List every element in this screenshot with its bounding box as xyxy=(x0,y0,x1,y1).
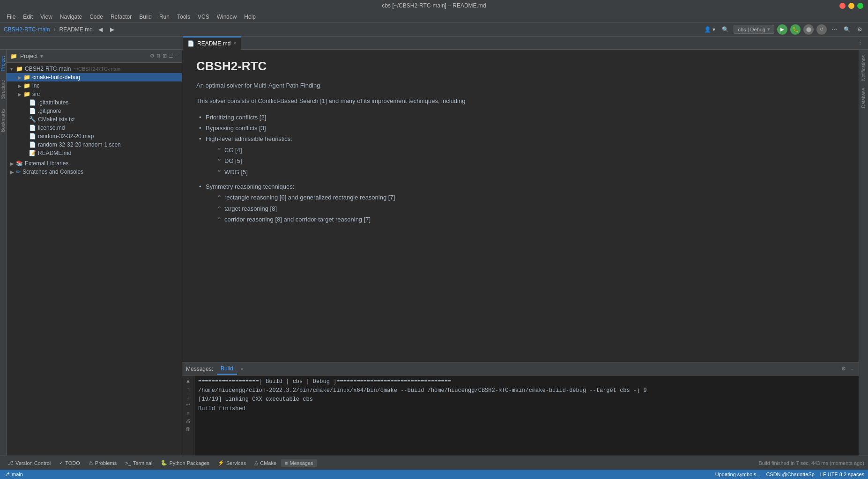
bottom-tab-problems[interactable]: ⚠ Problems xyxy=(85,459,120,467)
project-panel: 📁 Project ▾ ⚙ ⇅ ⊞ ☰ − ▾ 📁 CBSH2-RTC-main… xyxy=(7,50,182,456)
tab-close-icon[interactable]: × xyxy=(233,41,236,46)
tree-gitattributes[interactable]: 📄 .gitattributes xyxy=(7,98,182,107)
menu-edit[interactable]: Edit xyxy=(20,13,36,21)
tree-license[interactable]: 📄 license.md xyxy=(7,124,182,132)
menu-file[interactable]: File xyxy=(4,13,18,21)
bottom-tab-vcs[interactable]: ⎇ Version Control xyxy=(4,459,54,467)
gear-icon[interactable]: ⚙ xyxy=(150,53,155,59)
menu-code[interactable]: Code xyxy=(87,13,106,21)
menu-run[interactable]: Run xyxy=(156,13,172,21)
maximize-button[interactable] xyxy=(857,3,863,9)
settings-button[interactable]: ⚙ xyxy=(855,25,864,34)
coverage-button[interactable]: ⬤ xyxy=(803,24,814,35)
notifications-label[interactable]: Notifications xyxy=(861,52,866,84)
build-content[interactable]: ==================[ Build | cbs | Debug … xyxy=(194,376,859,456)
menu-refactor[interactable]: Refactor xyxy=(108,13,134,21)
tree-root[interactable]: ▾ 📁 CBSH2-RTC-main ~/CBSH2-RTC-main xyxy=(7,65,182,73)
sidebar-tab-structure[interactable]: Structure xyxy=(0,75,7,104)
menu-view[interactable]: View xyxy=(37,13,55,21)
project-name-label[interactable]: CBSH2-RTC-main xyxy=(4,26,50,33)
bottom-tab-services[interactable]: ⚡ Services xyxy=(214,459,250,467)
build-minimize-button[interactable]: − xyxy=(849,365,855,372)
forward-button[interactable]: ▶ xyxy=(108,25,116,34)
debug-button[interactable]: 🐛 xyxy=(790,24,801,35)
build-controls: ▲ ↑ ↓ ↩ ≡ 🖨 🗑 xyxy=(182,376,194,456)
tree-external-libs[interactable]: ▶ 📚 External Libraries xyxy=(7,159,182,168)
build-tab-build[interactable]: Build xyxy=(217,363,237,375)
project-header-right: ⚙ ⇅ ⊞ ☰ − xyxy=(150,53,178,59)
tab-readme-icon: 📄 xyxy=(187,40,194,47)
tree-scratches[interactable]: ▶ ✏ Scratches and Consoles xyxy=(7,168,182,176)
settings-icon[interactable]: ☰ xyxy=(169,53,173,59)
updating-symbols-text: Updating symbols... xyxy=(715,472,761,477)
build-scroll-top[interactable]: ▲ xyxy=(184,377,192,384)
tree-scen[interactable]: 📄 random-32-32-20-random-1.scen xyxy=(7,140,182,149)
gitignore-icon: 📄 xyxy=(29,108,36,114)
tree-src[interactable]: ▶ 📁 src xyxy=(7,90,182,98)
tree-readme[interactable]: 📝 README.md xyxy=(7,149,182,157)
minimize-panel-icon[interactable]: − xyxy=(175,53,178,59)
build-scroll-down[interactable]: ↓ xyxy=(184,393,192,400)
tab-more-button[interactable]: ⋮ xyxy=(856,39,864,46)
build-filter-button[interactable]: ≡ xyxy=(184,410,192,416)
bottom-tab-todo[interactable]: ✓ TODO xyxy=(55,459,84,467)
bottom-tab-terminal[interactable]: >_ Terminal xyxy=(121,459,156,467)
build-line-0: ==================[ Build | cbs | Debug … xyxy=(198,377,855,386)
build-wrap-button[interactable]: ↩ xyxy=(184,401,192,408)
tree-gitignore[interactable]: 📄 .gitignore xyxy=(7,107,182,115)
heuristic-cg: CG [4] xyxy=(224,145,845,155)
window-title: cbs [~/CBSH2-RTC-main] – README.md xyxy=(382,2,486,9)
sym-corridor: corridor reasoning [8] and corridor-targ… xyxy=(224,214,845,225)
run-button[interactable]: ▶ xyxy=(777,24,787,35)
build-clear-button[interactable]: 🗑 xyxy=(184,426,192,432)
tree-cmake-build-debug[interactable]: ▶ 📁 cmake-build-debug xyxy=(7,73,182,81)
build-print-button[interactable]: 🖨 xyxy=(184,418,192,424)
tab-bar: 📄 README.md × ⋮ xyxy=(0,37,868,50)
tree-inc[interactable]: ▶ 📁 inc xyxy=(7,81,182,90)
run-config[interactable]: cbs | Debug ▾ xyxy=(734,25,774,34)
minimize-button[interactable] xyxy=(848,3,854,9)
menu-help[interactable]: Help xyxy=(241,13,259,21)
reload-cmake-button[interactable]: ↺ xyxy=(816,24,827,35)
readme-intro: An optimal solver for Multi-Agent Path F… xyxy=(196,81,845,91)
more-button[interactable]: ⋯ xyxy=(830,25,839,34)
project-label: Project xyxy=(20,53,37,59)
arrow-src: ▶ xyxy=(18,92,23,97)
search-button[interactable]: 🔍 xyxy=(842,25,853,34)
build-line-4: Build finished xyxy=(198,405,855,413)
line-info-text: LF UTF-8 2 spaces xyxy=(820,472,864,477)
sort-icon[interactable]: ⇅ xyxy=(156,53,161,59)
expand-icon[interactable]: ⊞ xyxy=(163,53,167,59)
sidebar-tab-project[interactable]: Project xyxy=(0,52,7,75)
menu-navigate[interactable]: Navigate xyxy=(57,13,85,21)
build-scroll-up[interactable]: ↑ xyxy=(184,385,192,392)
menu-tools[interactable]: Tools xyxy=(174,13,193,21)
bottom-tab-cmake[interactable]: △ CMake xyxy=(251,459,280,467)
editor-area[interactable]: CBSH2-RTC An optimal solver for Multi-Ag… xyxy=(182,50,859,362)
menu-window[interactable]: Window xyxy=(214,13,240,21)
menu-vcs[interactable]: VCS xyxy=(195,13,212,21)
sidebar-tab-bookmarks[interactable]: Bookmarks xyxy=(0,104,7,137)
bottom-tab-python[interactable]: 🐍 Python Packages xyxy=(157,459,213,467)
cmake-file-icon: 🔧 xyxy=(29,116,36,123)
vcs-icon: ⎇ xyxy=(7,460,14,466)
tab-readme[interactable]: 📄 README.md × xyxy=(183,37,241,50)
build-header: Messages: Build × ⚙ − xyxy=(182,362,859,376)
search-everywhere-button[interactable]: 🔍 xyxy=(720,25,731,34)
build-settings-button[interactable]: ⚙ xyxy=(840,365,847,372)
database-label[interactable]: Database xyxy=(861,84,866,112)
close-build-tab[interactable]: × xyxy=(241,366,244,372)
tree-cmakelists[interactable]: 🔧 CMakeLists.txt xyxy=(7,115,182,124)
menu-build[interactable]: Build xyxy=(136,13,155,21)
tree-map[interactable]: 📄 random-32-32-20.map xyxy=(7,132,182,140)
title-bar: cbs [~/CBSH2-RTC-main] – README.md xyxy=(0,0,868,11)
back-button[interactable]: ◀ xyxy=(96,25,104,34)
build-header-left: Messages: Build × xyxy=(186,363,244,375)
close-button[interactable] xyxy=(839,3,846,9)
status-bar-left: ⎇ main xyxy=(4,472,23,478)
messages-label: Messages: xyxy=(186,366,213,372)
file-name-label[interactable]: README.md xyxy=(59,26,92,33)
bottom-tab-messages[interactable]: ≡ Messages xyxy=(281,459,317,467)
user-button[interactable]: 👤 ▾ xyxy=(702,25,717,34)
window-controls[interactable] xyxy=(839,3,863,9)
